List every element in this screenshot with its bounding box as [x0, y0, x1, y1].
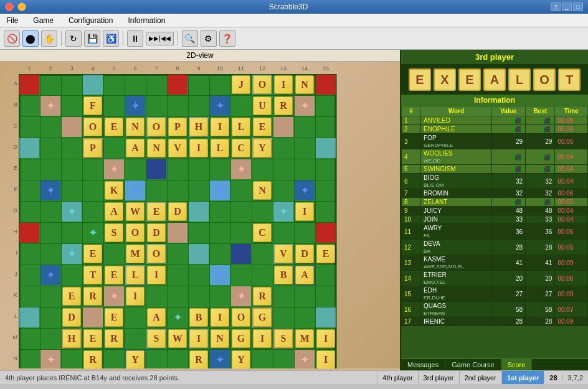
info-section[interactable]: # Word Value Best Time 1ANVILED⬛⬛00:062E…: [401, 106, 588, 359]
bottom-tab-messages[interactable]: Messages: [401, 359, 445, 370]
title-bar: Scrabble3D ? _ □: [0, 0, 588, 14]
board-tile: O: [147, 245, 166, 263]
board-tile: E: [83, 245, 102, 263]
board-tile: H: [189, 118, 208, 136]
board-tile: K: [105, 181, 123, 200]
minimize-button[interactable]: [17, 2, 26, 11]
board-tile: E: [62, 287, 81, 306]
board-tile: E: [83, 329, 102, 348]
player-tile[interactable]: A: [483, 68, 506, 91]
col-best: Best: [526, 106, 555, 116]
col-time: Time: [555, 106, 588, 116]
toolbar-play-green[interactable]: ⬤: [22, 30, 39, 47]
board-tile: R: [105, 329, 123, 348]
win-help-button[interactable]: ?: [551, 2, 561, 11]
table-row[interactable]: 7BROMIN323200:06: [402, 189, 588, 198]
board-tile: N: [253, 181, 272, 200]
bottom-tab-game-course[interactable]: Game Course: [445, 359, 501, 370]
toolbar-speed: ▶▶|◀◀: [146, 32, 174, 45]
status-score: 28: [544, 374, 562, 382]
table-row[interactable]: 6BIOGBLIS,OM323200:04: [402, 174, 588, 189]
toolbar-pause[interactable]: ⏸: [127, 30, 143, 47]
table-row[interactable]: 8ZELANT⬛⬛00:05: [402, 198, 588, 207]
table-row[interactable]: 9JUICY484800:04: [402, 207, 588, 215]
board-tile: V: [274, 245, 293, 263]
board-tile: Y: [126, 350, 145, 368]
table-row[interactable]: 1ANVILED⬛⬛00:06: [402, 116, 588, 125]
board-tile: I: [189, 139, 208, 157]
board-tile: U: [253, 96, 272, 115]
player-tiles: EXEALOT: [401, 65, 588, 95]
board-canvas[interactable]: 123456789101112131415ABCDEFGHIJKLMNO✦✦✦✦…: [0, 62, 400, 368]
table-row[interactable]: 5SWINGISM⬛⬛00:04: [402, 165, 588, 174]
table-row[interactable]: 10JOIN333300:04: [402, 215, 588, 224]
board-tile: L: [211, 139, 229, 157]
board-tile: O: [83, 118, 102, 136]
board-tile: M: [126, 245, 145, 263]
toolbar-refresh[interactable]: ↻: [65, 30, 82, 47]
close-button[interactable]: [5, 2, 14, 11]
status-player-1: 3rd player: [418, 371, 459, 384]
table-row[interactable]: 14ETRIEREMO,TEL202000:06: [402, 271, 588, 286]
table-row[interactable]: 11AWRYFA363600:06: [402, 224, 588, 240]
board-tile: H: [62, 329, 81, 348]
board-tile: Y: [253, 139, 272, 157]
toolbar-stop[interactable]: 🚫: [4, 30, 20, 47]
player-tile[interactable]: O: [533, 68, 556, 91]
board-tile: A: [295, 266, 314, 284]
toolbar-accessibility[interactable]: ♿: [103, 30, 119, 47]
board-tile: D: [147, 223, 166, 242]
board-tile: E: [316, 245, 335, 263]
col-value: Value: [491, 106, 525, 116]
board-tile: G: [253, 308, 272, 327]
status-player-3: 1st player: [501, 371, 544, 384]
status-right: 4th player3rd player2nd player1st player…: [377, 371, 588, 384]
toolbar-help[interactable]: ❓: [219, 30, 235, 47]
player-tile[interactable]: T: [558, 68, 581, 91]
win-max-button[interactable]: □: [573, 2, 583, 11]
board-tile: B: [274, 266, 293, 284]
board-tile: R: [189, 350, 208, 368]
player-tile[interactable]: E: [458, 68, 481, 91]
menu-game[interactable]: Game: [29, 15, 57, 26]
status-message: 4th player places IRENIC at B14y and rec…: [0, 374, 377, 382]
player-tile[interactable]: E: [409, 68, 431, 91]
win-min-button[interactable]: _: [562, 2, 572, 11]
toolbar-save[interactable]: 💾: [84, 30, 100, 47]
board-tile: O: [126, 223, 145, 242]
toolbar-hand[interactable]: ✋: [41, 30, 57, 47]
board-tile: C: [232, 139, 250, 157]
status-player-2: 2nd player: [459, 371, 501, 384]
table-row[interactable]: 4WOOLIESWE,OD⬛⬛00:04: [402, 149, 588, 165]
toolbar-settings[interactable]: ⚙: [201, 30, 217, 47]
table-row[interactable]: 12DEVABA282800:05: [402, 240, 588, 255]
table-row[interactable]: 15EDHER,DI,HE272700:09: [402, 286, 588, 302]
sep1: [61, 31, 62, 46]
main-area: 2D-view 123456789101112131415ABCDEFGHIJK…: [0, 50, 588, 370]
menu-information[interactable]: Information: [124, 15, 169, 26]
table-row[interactable]: 17IRENIC282800:09: [402, 317, 588, 326]
board-tile: S: [147, 329, 166, 348]
table-row[interactable]: 3FOPGENOPHILE292900:05: [402, 134, 588, 149]
board-tile: F: [83, 96, 102, 115]
toolbar-zoom-out[interactable]: 🔍: [182, 30, 198, 47]
board-tile: O: [232, 308, 250, 327]
board-tile: V: [168, 139, 187, 157]
col-num: #: [402, 106, 421, 116]
board-tile: I: [126, 287, 145, 306]
board-tile: W: [168, 329, 187, 348]
table-row[interactable]: 13KASMEAWE,SOD,MO,EL414100:09: [402, 255, 588, 271]
status-player-0: 4th player: [377, 371, 417, 384]
board-tile: N: [126, 118, 145, 136]
table-row[interactable]: 2ENOPHILE⬛⬛00:20: [402, 125, 588, 134]
board-tile: L: [126, 266, 145, 284]
menu-configuration[interactable]: Configuration: [65, 15, 116, 26]
player-tile[interactable]: X: [434, 68, 456, 91]
bottom-tab-score[interactable]: Score: [501, 359, 533, 370]
player-name: 3rd player: [401, 50, 588, 65]
board-tile: E: [105, 266, 123, 284]
player-tile[interactable]: L: [508, 68, 531, 91]
status-bar: 4th player places IRENIC at B14y and rec…: [0, 370, 588, 384]
menu-file[interactable]: File: [2, 15, 22, 26]
table-row[interactable]: 16QUAGSETRIERS585800:07: [402, 302, 588, 317]
